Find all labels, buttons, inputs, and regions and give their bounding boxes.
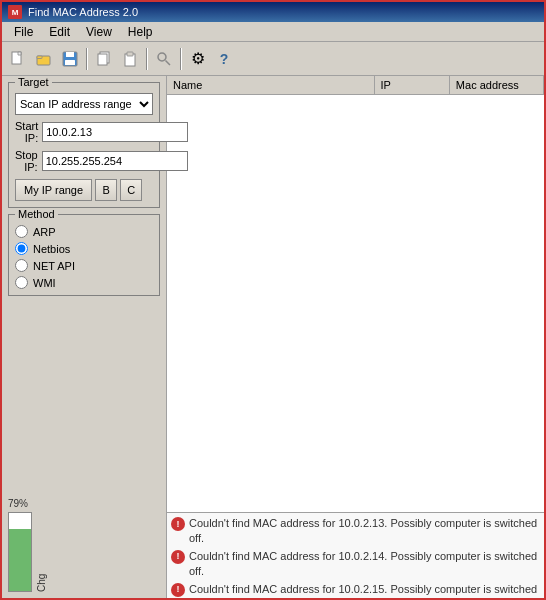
log-entry-text: Couldn't find MAC address for 10.0.2.15.… xyxy=(189,582,540,600)
progress-bar-container xyxy=(8,512,32,592)
log-error-icon: ! xyxy=(171,550,185,564)
change-label: Chg xyxy=(36,552,47,592)
start-ip-label: Start IP: xyxy=(15,120,38,144)
svg-rect-9 xyxy=(127,52,133,56)
target-group: Target Scan IP address range Start IP: S… xyxy=(8,82,160,208)
method-netapi-label: NET API xyxy=(33,260,75,272)
method-wmi-label: WMI xyxy=(33,277,56,289)
svg-rect-5 xyxy=(65,60,75,65)
col-ip: IP xyxy=(374,76,449,95)
new-button[interactable] xyxy=(6,47,30,71)
help-button[interactable]: ? xyxy=(212,47,236,71)
method-arp-row: ARP xyxy=(15,225,153,238)
method-netbios-radio[interactable] xyxy=(15,242,28,255)
method-netbios-row: Netbios xyxy=(15,242,153,255)
col-name: Name xyxy=(167,76,374,95)
menu-help[interactable]: Help xyxy=(120,23,161,41)
menu-bar: File Edit View Help xyxy=(2,22,544,42)
c-button[interactable]: C xyxy=(120,179,142,201)
menu-edit[interactable]: Edit xyxy=(41,23,78,41)
scan-type-dropdown[interactable]: Scan IP address range xyxy=(15,93,153,115)
svg-rect-4 xyxy=(66,52,74,57)
progress-bar-fill xyxy=(9,529,31,591)
app-window: M Find MAC Address 2.0 File Edit View He… xyxy=(0,0,546,600)
log-entry: ! Couldn't find MAC address for 10.0.2.1… xyxy=(171,549,540,580)
menu-view[interactable]: View xyxy=(78,23,120,41)
main-layout: Target Scan IP address range Start IP: S… xyxy=(2,76,544,600)
svg-point-10 xyxy=(158,53,166,61)
method-group-label: Method xyxy=(15,208,58,220)
method-wmi-row: WMI xyxy=(15,276,153,289)
start-ip-row: Start IP: xyxy=(15,120,153,144)
toolbar-separator-2 xyxy=(146,48,148,70)
title-text: Find MAC Address 2.0 xyxy=(28,6,138,18)
progress-area: 79% Chg xyxy=(8,494,160,596)
table-header-row: Name IP Mac address xyxy=(167,76,544,95)
open-button[interactable] xyxy=(32,47,56,71)
start-ip-input[interactable] xyxy=(42,122,188,142)
col-mac: Mac address xyxy=(449,76,543,95)
method-arp-label: ARP xyxy=(33,226,56,238)
search-button[interactable] xyxy=(152,47,176,71)
log-entry-text: Couldn't find MAC address for 10.0.2.13.… xyxy=(189,516,540,547)
progress-percent-label: 79% xyxy=(8,498,28,509)
log-entry: ! Couldn't find MAC address for 10.0.2.1… xyxy=(171,582,540,600)
method-netapi-row: NET API xyxy=(15,259,153,272)
copy-button[interactable] xyxy=(92,47,116,71)
log-entry: ! Couldn't find MAC address for 10.0.2.1… xyxy=(171,516,540,547)
stop-ip-row: Stop IP: xyxy=(15,149,153,173)
left-panel: Target Scan IP address range Start IP: S… xyxy=(2,76,167,600)
toolbar: ⚙ ? xyxy=(2,42,544,76)
method-wmi-radio[interactable] xyxy=(15,276,28,289)
stop-ip-input[interactable] xyxy=(42,151,188,171)
method-netapi-radio[interactable] xyxy=(15,259,28,272)
log-area: ! Couldn't find MAC address for 10.0.2.1… xyxy=(167,512,544,600)
toolbar-separator-3 xyxy=(180,48,182,70)
method-netbios-label: Netbios xyxy=(33,243,70,255)
svg-rect-2 xyxy=(37,56,42,59)
method-arp-radio[interactable] xyxy=(15,225,28,238)
b-button[interactable]: B xyxy=(95,179,117,201)
my-ip-range-button[interactable]: My IP range xyxy=(15,179,92,201)
menu-file[interactable]: File xyxy=(6,23,41,41)
svg-line-11 xyxy=(166,60,171,65)
log-entry-text: Couldn't find MAC address for 10.0.2.14.… xyxy=(189,549,540,580)
paste-button[interactable] xyxy=(118,47,142,71)
app-icon: M xyxy=(8,5,22,19)
toolbar-separator-1 xyxy=(86,48,88,70)
results-table[interactable]: Name IP Mac address xyxy=(167,76,544,512)
right-panel: Name IP Mac address ! Couldn't find MAC … xyxy=(167,76,544,600)
target-group-label: Target xyxy=(15,76,52,88)
title-bar: M Find MAC Address 2.0 xyxy=(2,2,544,22)
method-group: Method ARP Netbios NET API WMI xyxy=(8,214,160,296)
results-data-table: Name IP Mac address xyxy=(167,76,544,95)
svg-rect-7 xyxy=(98,54,107,65)
save-button[interactable] xyxy=(58,47,82,71)
log-error-icon: ! xyxy=(171,517,185,531)
ip-button-row: My IP range B C xyxy=(15,179,153,201)
stop-ip-label: Stop IP: xyxy=(15,149,38,173)
log-error-icon: ! xyxy=(171,583,185,597)
settings-button[interactable]: ⚙ xyxy=(186,47,210,71)
